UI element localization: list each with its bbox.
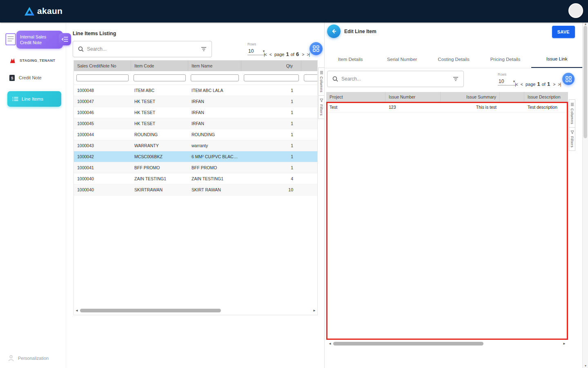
editor-title: Edit Line Item <box>344 29 376 34</box>
table-row[interactable]: 1000042 MCSC006BKZ 6 MM² CU/PVC BLACK CA… <box>74 151 317 162</box>
funnel-icon <box>320 99 323 102</box>
sidebar-collapse-button[interactable] <box>59 33 71 45</box>
hscroll-thumb[interactable] <box>333 342 483 346</box>
personalization-icon <box>8 355 14 361</box>
scroll-left-arrow[interactable]: ◄ <box>75 309 79 312</box>
filter-icon[interactable] <box>201 47 207 52</box>
apps-grid-icon <box>566 76 572 82</box>
grip-icon <box>570 103 574 106</box>
sidebar-item-credit-note[interactable]: $ Credit Note <box>0 73 66 82</box>
akaun-logo-icon <box>24 7 34 16</box>
column-header-sales-creditnote-no[interactable]: Sales CreditNote No <box>74 61 131 71</box>
listing-title: Line Items Listing <box>73 31 116 36</box>
prev-page-button[interactable]: < <box>270 52 272 57</box>
sidebar-item-line-items[interactable]: Line Items <box>7 91 61 107</box>
filters-tab[interactable]: Filters <box>569 127 575 150</box>
listing-search-input[interactable] <box>87 46 198 52</box>
filter-input-qty[interactable] <box>244 74 299 81</box>
column-header-issue-description[interactable]: Issue Description <box>524 92 568 102</box>
search-icon <box>78 46 84 52</box>
columns-tab[interactable]: Columns <box>569 100 575 127</box>
personalization-button[interactable]: Personalization <box>8 355 49 361</box>
window-vertical-scrollbar: ▲ ▼ <box>582 22 588 368</box>
first-page-button[interactable]: |< <box>264 52 267 57</box>
last-page-button[interactable]: >| <box>307 52 310 57</box>
credit-note-label: Credit Note <box>19 75 42 80</box>
issue-link-table: Project Issue Number Issue Summary Issue… <box>326 92 568 112</box>
listing-table-header: Sales CreditNote No Item Code Item Name … <box>74 61 317 71</box>
filter-icon[interactable] <box>453 76 459 81</box>
listing-pagination: |< < page1 of6 > >| <box>264 51 310 57</box>
brand-name: akaun <box>37 6 62 16</box>
editor-table-body: Test 123 This is test Test description <box>326 102 568 112</box>
table-row[interactable]: 1000045 HK TESET IRFAN 1 <box>74 118 317 129</box>
listing-side-tabs: Columns Filters <box>318 67 325 119</box>
sidebar-item-internal-sales-credit-note[interactable]: Internal Sales Credit Note <box>16 31 63 49</box>
back-button[interactable] <box>327 25 341 38</box>
filter-input-sales-creditnote-no[interactable] <box>76 74 129 81</box>
column-header-item-name[interactable]: Item Name <box>188 61 241 71</box>
tab-serial-number[interactable]: Serial Number <box>376 50 428 68</box>
sidebar: Internal Sales Credit Note STAGING_TENAN… <box>0 22 66 368</box>
listing-table-body: 1000048 ITEM ABC ITEM ABC LALA 1 1000047… <box>74 85 317 195</box>
search-icon <box>332 76 338 82</box>
page-indicator: page1 of6 <box>274 51 299 57</box>
filter-input-item-code[interactable] <box>134 74 186 81</box>
table-row[interactable]: 1000041 BFF PROMO BFF PROMO 1 <box>74 162 317 173</box>
editor-grid-view-button[interactable] <box>562 73 575 85</box>
tab-item-details[interactable]: Item Details <box>325 50 376 68</box>
editor-rows-control: Rows 10 ▼ <box>498 72 517 85</box>
user-avatar[interactable] <box>568 3 583 18</box>
column-header-item-code[interactable]: Item Code <box>131 61 188 71</box>
editor-search-input[interactable] <box>341 76 450 82</box>
personalization-label: Personalization <box>18 356 49 361</box>
table-row[interactable]: 1000044 ROUNDING ROUNDING 1 <box>74 129 317 140</box>
tab-issue-link[interactable]: Issue Link <box>531 50 583 68</box>
annotation-highlight <box>326 102 568 340</box>
app-document-icon <box>3 32 18 47</box>
scroll-up-arrow[interactable]: ▲ <box>583 22 588 25</box>
table-row[interactable]: 1000040 SKIRTRAWAN SKIRT RAWAN 10 <box>74 184 317 195</box>
column-header-issue-number[interactable]: Issue Number <box>385 92 441 102</box>
edit-line-item-panel: Edit Line Item SAVE Item DetailsSerial N… <box>324 22 582 368</box>
table-row[interactable]: 1000043 WARRANTY warranty 1 <box>74 140 317 151</box>
first-page-button[interactable]: |< <box>515 82 518 87</box>
hscroll-thumb[interactable] <box>80 309 221 312</box>
last-page-button[interactable]: >| <box>558 82 561 87</box>
tenant-icon <box>9 57 16 64</box>
rows-label: Rows <box>247 42 266 46</box>
page-indicator: page1 of1 <box>526 81 550 87</box>
column-header-qty[interactable]: Qty <box>241 61 301 71</box>
line-items-label: Line Items <box>22 96 43 101</box>
listing-grid-view-button[interactable] <box>310 42 323 55</box>
table-row[interactable]: 1000046 HK TESET IRFAN 1 <box>74 107 317 118</box>
column-header-project[interactable]: Project <box>326 92 385 102</box>
tenant-label: STAGING_TENANT <box>20 58 55 63</box>
list-icon <box>12 96 18 101</box>
column-header-issue-summary[interactable]: Issue Summary <box>441 92 500 102</box>
scroll-right-arrow[interactable]: ► <box>562 342 566 346</box>
grip-icon <box>320 71 323 74</box>
scroll-down-arrow[interactable]: ▼ <box>583 364 588 367</box>
table-row[interactable]: 1000047 HK TESET IRFAN 1 <box>74 96 317 107</box>
filter-input-extra[interactable] <box>304 74 318 81</box>
scroll-right-arrow[interactable]: ► <box>312 309 316 312</box>
tab-costing-details[interactable]: Costing Details <box>428 50 479 68</box>
save-button[interactable]: SAVE <box>552 26 575 38</box>
collapse-menu-icon <box>62 36 68 42</box>
editor-rows-select[interactable]: 10 ▼ <box>498 77 517 85</box>
filters-tab[interactable]: Filters <box>318 95 324 119</box>
scroll-left-arrow[interactable]: ◄ <box>328 342 332 346</box>
table-row[interactable]: 1000040 ZAIN TESTING1 ZAIN TESTING1 4 <box>74 173 317 184</box>
vscroll-thumb[interactable] <box>584 26 587 138</box>
filter-input-item-name[interactable] <box>191 74 239 81</box>
next-page-button[interactable]: > <box>553 82 555 87</box>
table-row[interactable]: Test 123 This is test Test description <box>326 102 568 112</box>
table-row[interactable]: 1000048 ITEM ABC ITEM ABC LALA 1 <box>74 85 317 96</box>
rows-label: Rows <box>498 72 517 76</box>
tab-pricing-details[interactable]: Pricing Details <box>479 50 531 68</box>
next-page-button[interactable]: > <box>302 52 304 57</box>
sidebar-item-tenant[interactable]: STAGING_TENANT <box>0 56 66 65</box>
columns-tab[interactable]: Columns <box>318 68 324 95</box>
prev-page-button[interactable]: < <box>521 82 523 87</box>
